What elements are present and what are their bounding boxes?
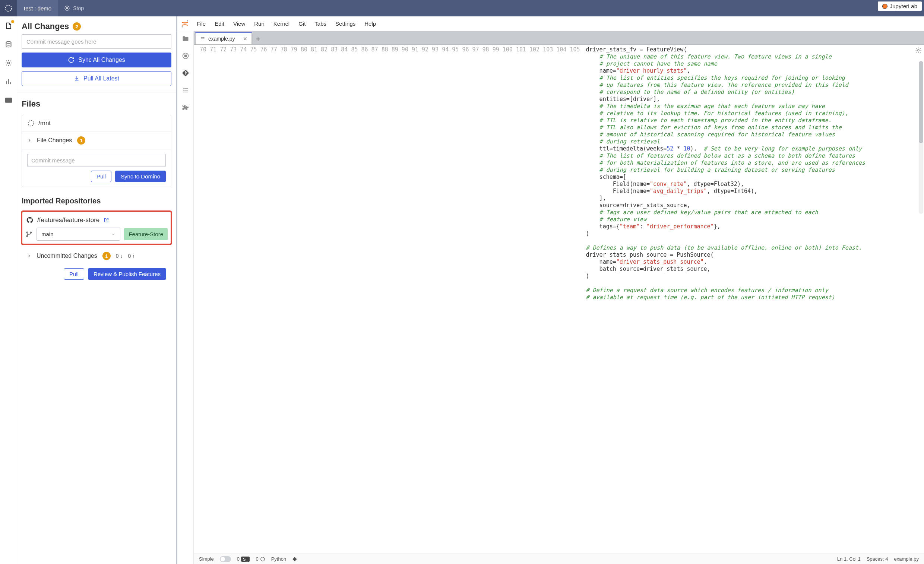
files-card: /mnt File Changes 1 Pull Sync to Domino [22,115,171,187]
menu-tabs[interactable]: Tabs [310,21,331,27]
filename-label: example.py [894,556,919,562]
changes-icon[interactable] [4,22,13,30]
all-changes-heading: All Changes 2 [22,22,171,31]
status-bar: Simple 0S_ 0 Python Ln 1, Col 1 Spaces: … [194,554,924,564]
file-changes-count-badge: 1 [77,136,86,144]
code-editor[interactable]: 70 71 72 73 74 75 76 77 78 79 80 81 82 8… [194,45,924,554]
menu-git[interactable]: Git [294,21,310,27]
files-path-row[interactable]: /mnt [22,115,171,132]
simple-toggle[interactable] [220,556,231,562]
file-commit-message-input[interactable] [27,154,166,167]
feature-store-tag: Feature-Store [124,228,168,240]
simple-mode-label: Simple [199,556,214,562]
jupyterlab-badge[interactable]: JupyterLab [878,2,922,11]
add-tab-button[interactable]: + [253,34,263,44]
sync-to-domino-button[interactable]: Sync to Domino [115,171,166,182]
files-heading: Files [22,99,171,109]
svg-point-15 [260,557,264,561]
repo-card: Uncommitted Changes 1 0 ↓ 0 ↑ Pull Revie… [22,248,171,284]
feature-store-highlight: /features/feature-store main Feature-Sto… [21,210,172,245]
close-tab-icon[interactable]: × [243,35,248,43]
tab-bar: example.py × + [194,31,924,45]
jupyter-logo-icon [177,20,192,28]
chevron-right-icon [27,254,31,258]
workspace-title: test : demo [17,0,58,16]
language-label[interactable]: Python [271,556,286,562]
commit-message-input[interactable] [22,34,171,49]
menu-help[interactable]: Help [360,21,380,27]
uncommitted-count-badge: 1 [102,252,111,260]
menu-file[interactable]: File [192,21,210,27]
svg-point-4 [8,62,9,64]
indentation-label[interactable]: Spaces: 4 [867,556,888,562]
svg-rect-13 [184,55,186,57]
repo-path-row[interactable]: /features/feature-store [26,215,168,228]
database-icon[interactable] [4,40,13,48]
ahead-count: 0 ↑ [128,253,135,259]
file-tab[interactable]: example.py × [195,32,252,44]
sync-all-button[interactable]: Sync All Changes [22,52,171,68]
jupyter-icon [882,4,888,9]
side-panel: All Changes 2 Sync All Changes Pull All … [17,16,177,564]
uncommitted-row[interactable]: Uncommitted Changes 1 0 ↓ 0 ↑ [22,248,171,264]
file-icon [200,36,205,41]
menu-view[interactable]: View [229,21,250,27]
chevron-down-icon [111,232,116,237]
svg-point-8 [27,236,28,237]
svg-rect-2 [66,8,68,9]
branch-icon [26,231,33,238]
svg-point-0 [6,5,12,12]
imported-repos-heading: Imported Repositories [22,197,171,205]
pull-button[interactable]: Pull [91,171,111,182]
menu-bar: FileEditViewRunKernelGitTabsSettingsHelp [177,16,924,31]
stop-button[interactable]: Stop [58,5,90,11]
menu-kernel[interactable]: Kernel [269,21,294,27]
editor-area: FileEditViewRunKernelGitTabsSettingsHelp… [177,16,924,564]
svg-point-6 [28,121,34,126]
left-toolbar [177,31,194,564]
branch-select[interactable]: main [36,228,120,241]
github-icon [26,216,33,224]
app-logo-icon [0,0,17,16]
repo-pull-button[interactable]: Pull [64,268,84,280]
menu-settings[interactable]: Settings [331,21,360,27]
review-publish-button[interactable]: Review & Publish Features [88,268,166,280]
title-bar: test : demo Stop JupyterLab [0,0,924,16]
toc-icon[interactable] [182,86,189,94]
external-link-icon[interactable] [103,217,109,223]
scrollbar[interactable] [919,61,923,214]
file-changes-row[interactable]: File Changes 1 [22,132,171,149]
svg-rect-5 [5,98,12,103]
settings-icon[interactable] [4,59,13,67]
analytics-icon[interactable] [4,78,13,86]
svg-point-7 [27,232,28,233]
svg-point-10 [187,20,188,21]
menu-edit[interactable]: Edit [210,21,229,27]
git-icon[interactable] [182,69,189,77]
behind-count: 0 ↓ [116,253,123,259]
pull-all-button[interactable]: Pull All Latest [22,71,171,86]
terminal-icon[interactable]: S_ [241,556,250,562]
running-icon[interactable] [182,52,189,60]
svg-point-11 [182,26,183,27]
cursor-position[interactable]: Ln 1, Col 1 [837,556,861,562]
extensions-icon[interactable] [182,104,189,111]
changes-count-badge: 2 [73,22,81,30]
kernel-status-icon [260,556,265,562]
menu-run[interactable]: Run [250,21,269,27]
git-status-icon[interactable] [292,556,297,562]
card-icon[interactable] [4,96,13,104]
chevron-right-icon [27,138,32,142]
svg-point-9 [30,232,31,233]
activity-bar [0,16,17,564]
folder-icon[interactable] [182,35,189,42]
svg-point-3 [6,42,11,44]
